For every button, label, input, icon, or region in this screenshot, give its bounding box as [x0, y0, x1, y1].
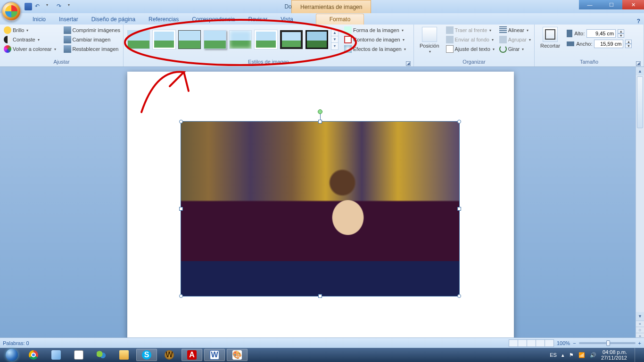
tray-overflow-icon[interactable]: ▴ — [561, 352, 564, 358]
spin-up-icon[interactable]: ▲ — [618, 29, 624, 33]
zoom-slider-thumb[interactable] — [606, 340, 610, 346]
next-page-button[interactable]: » — [636, 333, 644, 337]
contrast-button[interactable]: Contraste▾ — [3, 35, 57, 44]
rotate-button[interactable]: Girar▾ — [498, 45, 532, 53]
network-icon[interactable]: 📶 — [578, 352, 585, 358]
style-thumb-3[interactable] — [178, 30, 201, 49]
print-layout-view-button[interactable] — [509, 339, 518, 347]
clock[interactable]: 04:08 p.m. 27/11/2012 — [601, 349, 627, 361]
picture-effects-button[interactable]: Efectos de la imagen▾ — [343, 45, 407, 53]
word-count[interactable]: Palabras: 0 — [3, 340, 29, 346]
zoom-in-button[interactable]: + — [638, 340, 641, 346]
minimize-button[interactable]: — — [579, 0, 601, 9]
draft-view-button[interactable] — [545, 339, 554, 347]
taskbar-chrome[interactable] — [23, 349, 44, 361]
taskbar-app-notes[interactable] — [68, 349, 89, 361]
qat-customize-icon[interactable]: ▾ — [68, 3, 75, 10]
language-indicator[interactable]: ES — [550, 352, 557, 358]
maximize-button[interactable]: ☐ — [601, 0, 622, 9]
tab-view[interactable]: Vista — [274, 14, 299, 25]
show-desktop-button[interactable] — [635, 348, 639, 362]
select-browse-object-button[interactable]: ○ — [636, 327, 644, 333]
action-center-icon[interactable]: ⚑ — [569, 352, 574, 358]
prev-page-button[interactable]: « — [636, 321, 644, 327]
tab-page-layout[interactable]: Diseño de página — [85, 14, 142, 25]
resize-handle-l[interactable] — [179, 207, 183, 211]
taskbar-adobe-reader[interactable]: A — [182, 349, 202, 361]
taskbar-messenger[interactable] — [91, 349, 112, 361]
zoom-level[interactable]: 100% — [557, 340, 570, 346]
resize-handle-t[interactable] — [318, 120, 322, 123]
tab-insert[interactable]: Insertar — [52, 14, 85, 25]
scroll-up-button[interactable]: ▲ — [636, 67, 644, 75]
taskbar-app-cube[interactable] — [46, 349, 66, 361]
zoom-out-button[interactable]: − — [573, 340, 576, 346]
redo-icon[interactable]: ↷ — [57, 3, 64, 10]
web-layout-view-button[interactable] — [527, 339, 536, 347]
gallery-more-button[interactable]: ▾ — [331, 43, 338, 49]
group-button[interactable]: Agrupar▾ — [498, 35, 532, 44]
resize-handle-tr[interactable] — [457, 120, 461, 123]
tab-references[interactable]: Referencias — [142, 14, 185, 25]
width-spinner[interactable]: ▲▼ — [625, 40, 632, 48]
send-to-back-button[interactable]: Enviar al fondo▾ — [445, 35, 495, 44]
undo-dropdown-icon[interactable]: ▾ — [46, 3, 54, 10]
style-thumb-8[interactable] — [305, 30, 328, 49]
picture-shape-button[interactable]: Forma de la imagen▾ — [343, 26, 407, 34]
full-screen-view-button[interactable] — [518, 339, 527, 347]
resize-handle-br[interactable] — [457, 294, 461, 298]
resize-handle-r[interactable] — [457, 207, 461, 211]
align-button[interactable]: Alinear▾ — [498, 26, 532, 34]
undo-icon[interactable]: ↶ — [35, 3, 42, 10]
vertical-scrollbar[interactable]: ▲ ▼ « ○ » — [636, 67, 644, 337]
scroll-down-button[interactable]: ▼ — [636, 312, 644, 321]
save-icon[interactable] — [25, 3, 32, 10]
tab-review[interactable]: Revisar — [242, 14, 274, 25]
spin-down-icon[interactable]: ▼ — [625, 44, 632, 48]
change-picture-button[interactable]: Cambiar imagen — [63, 35, 121, 44]
tab-format[interactable]: Formato — [316, 14, 364, 25]
style-thumb-1[interactable] — [127, 30, 150, 49]
outline-view-button[interactable] — [536, 339, 545, 347]
start-button[interactable] — [2, 348, 22, 362]
taskbar-skype[interactable]: S — [136, 349, 157, 361]
office-button[interactable] — [1, 1, 21, 21]
resize-handle-bl[interactable] — [179, 294, 183, 298]
close-button[interactable]: ✕ — [622, 0, 644, 9]
volume-icon[interactable]: 🔊 — [590, 352, 596, 358]
width-input[interactable] — [594, 40, 623, 48]
resize-handle-b[interactable] — [318, 294, 322, 298]
text-wrapping-button[interactable]: Ajuste del texto▾ — [445, 45, 495, 53]
compress-pictures-button[interactable]: Comprimir imágenes — [63, 26, 121, 34]
recolor-button[interactable]: Volver a colorear▾ — [3, 45, 57, 53]
tab-home[interactable]: Inicio — [26, 14, 52, 25]
resize-handle-tl[interactable] — [179, 120, 183, 123]
tab-mailings[interactable]: Correspondencia — [185, 14, 241, 25]
bring-to-front-button[interactable]: Traer al frente▾ — [445, 26, 495, 34]
crop-button[interactable]: Recortar — [537, 26, 563, 49]
taskbar-wow[interactable]: W — [159, 349, 180, 361]
spin-down-icon[interactable]: ▼ — [618, 33, 624, 38]
gallery-scroll-up[interactable]: ▲ — [331, 30, 338, 36]
picture-border-button[interactable]: Contorno de imagen▾ — [343, 35, 407, 44]
style-thumb-6[interactable] — [255, 30, 277, 49]
zoom-slider[interactable] — [579, 342, 636, 344]
taskbar-paint[interactable]: 🎨 — [227, 349, 248, 361]
reset-picture-button[interactable]: Restablecer imagen — [63, 45, 121, 53]
taskbar-word[interactable]: W — [204, 349, 225, 361]
taskbar-explorer[interactable] — [114, 349, 134, 361]
brightness-button[interactable]: Brillo▾ — [3, 26, 57, 34]
height-input[interactable] — [586, 29, 616, 38]
style-thumb-7[interactable] — [280, 30, 303, 49]
gallery-scroll-down[interactable]: ▼ — [331, 36, 338, 43]
help-button[interactable]: ? — [637, 18, 640, 25]
picture-styles-gallery[interactable]: ▲ ▼ ▾ — [126, 27, 339, 52]
spin-up-icon[interactable]: ▲ — [625, 40, 632, 44]
style-thumb-4[interactable] — [204, 30, 226, 49]
rotation-handle[interactable] — [318, 109, 322, 114]
height-spinner[interactable]: ▲▼ — [618, 29, 624, 38]
style-thumb-2[interactable] — [153, 30, 175, 49]
scroll-thumb[interactable] — [637, 76, 643, 128]
position-button[interactable]: Posición ▾ — [417, 26, 442, 55]
document-area[interactable]: ▲ ▼ « ○ » — [0, 67, 644, 337]
